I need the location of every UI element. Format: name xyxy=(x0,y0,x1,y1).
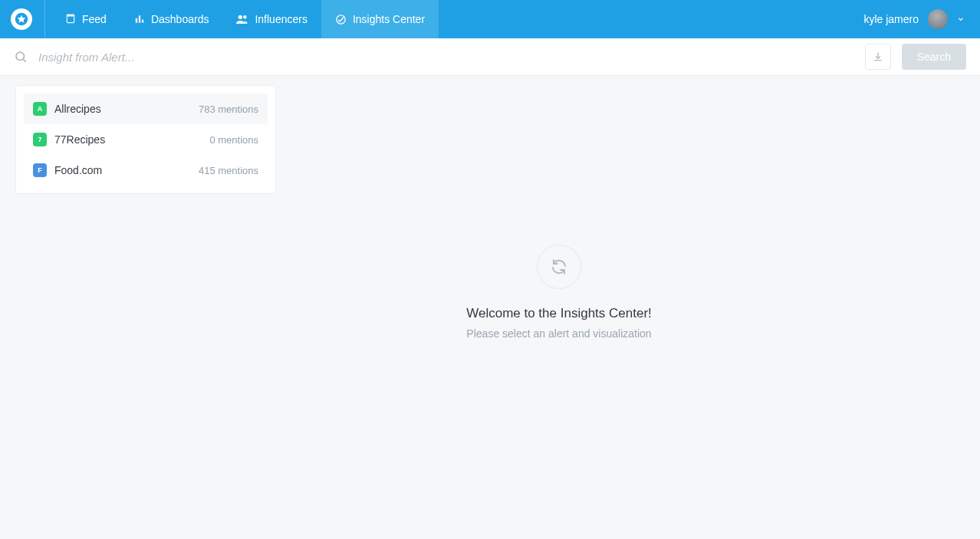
refresh-circle xyxy=(537,245,581,289)
content-area: Welcome to the Insights Center! Please s… xyxy=(276,76,980,539)
user-name: kyle jamero xyxy=(863,13,919,25)
logo-wrap xyxy=(11,0,45,38)
alert-count: 415 mentions xyxy=(199,165,258,176)
alert-name: Food.com xyxy=(54,164,199,176)
alert-count: 0 mentions xyxy=(209,134,258,146)
target-icon xyxy=(335,14,347,25)
empty-subtitle: Please select an alert and visualization xyxy=(466,327,651,340)
alert-row[interactable]: F Food.com 415 mentions xyxy=(24,155,268,186)
nav-label: Insights Center xyxy=(353,13,425,25)
empty-state: Welcome to the Insights Center! Please s… xyxy=(466,245,652,340)
nav-item-influencers[interactable]: Influencers xyxy=(222,0,321,38)
svg-point-9 xyxy=(337,15,345,23)
nav-item-insights-center[interactable]: Insights Center xyxy=(321,0,439,38)
search-input[interactable] xyxy=(38,51,854,64)
alert-badge: 7 xyxy=(33,133,47,146)
user-menu[interactable]: kyle jamero xyxy=(863,9,965,29)
top-navbar: Feed Dashboards Influencers xyxy=(0,0,980,38)
svg-point-8 xyxy=(243,15,247,19)
star-icon xyxy=(15,12,28,26)
svg-rect-2 xyxy=(67,15,74,22)
feed-icon xyxy=(65,14,76,25)
search-button[interactable]: Search xyxy=(902,44,966,70)
nav-label: Dashboards xyxy=(151,13,209,25)
download-button[interactable] xyxy=(865,44,891,70)
alerts-card: A Allrecipes 783 mentions 7 77Recipes 0 … xyxy=(15,85,276,194)
nav-label: Feed xyxy=(82,13,107,25)
alert-count: 783 mentions xyxy=(199,104,258,115)
app-logo[interactable] xyxy=(11,8,32,30)
alert-name: Allrecipes xyxy=(54,103,199,115)
search-icon xyxy=(14,50,28,64)
alert-row[interactable]: 7 77Recipes 0 mentions xyxy=(24,124,268,155)
people-icon xyxy=(236,14,248,25)
alert-row[interactable]: A Allrecipes 783 mentions xyxy=(24,94,268,124)
refresh-icon xyxy=(550,258,568,276)
nav-item-feed[interactable]: Feed xyxy=(51,0,120,38)
svg-rect-6 xyxy=(142,20,143,23)
nav-label: Influencers xyxy=(255,13,307,25)
chevron-down-icon xyxy=(957,13,965,25)
sidebar: A Allrecipes 783 mentions 7 77Recipes 0 … xyxy=(0,76,276,539)
main-content: A Allrecipes 783 mentions 7 77Recipes 0 … xyxy=(0,76,980,539)
svg-line-11 xyxy=(23,59,25,61)
avatar xyxy=(928,9,948,29)
svg-rect-5 xyxy=(139,15,140,22)
alert-badge: F xyxy=(33,163,47,177)
svg-rect-3 xyxy=(67,15,74,16)
empty-title: Welcome to the Insights Center! xyxy=(466,306,652,321)
search-bar: Search xyxy=(0,38,980,76)
nav-items: Feed Dashboards Influencers xyxy=(51,0,439,38)
alert-badge: A xyxy=(33,102,47,116)
nav-item-dashboards[interactable]: Dashboards xyxy=(120,0,223,38)
svg-rect-4 xyxy=(136,18,137,23)
svg-point-7 xyxy=(238,15,242,19)
download-icon xyxy=(873,51,883,62)
bars-icon xyxy=(134,14,145,25)
alert-name: 77Recipes xyxy=(54,133,209,146)
svg-point-10 xyxy=(16,52,25,61)
